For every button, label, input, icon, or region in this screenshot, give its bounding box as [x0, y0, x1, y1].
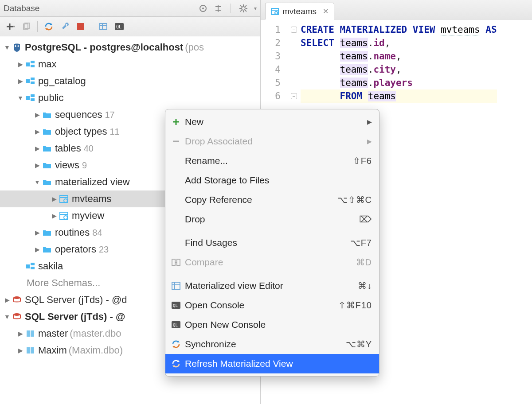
- tree-node-pgcatalog[interactable]: ▶ pg_catalog: [0, 73, 260, 89]
- menu-mview-editor[interactable]: Materialized view Editor ⌘↓: [165, 276, 379, 295]
- menu-copy-reference[interactable]: Copy Reference ⌥⇧⌘C: [165, 190, 379, 210]
- svg-rect-36: [31, 98, 35, 101]
- folder-icon: [42, 145, 52, 152]
- table-editor-icon: [170, 282, 182, 290]
- menu-compare: Compare ⌘D: [165, 252, 379, 272]
- expander-icon[interactable]: ▶: [33, 229, 42, 236]
- svg-point-5: [242, 7, 245, 10]
- schema-icon: [25, 94, 35, 101]
- context-menu[interactable]: New ▶ Drop Associated ▶ Rename... ⇧F6 Ad…: [165, 109, 379, 377]
- menu-rename[interactable]: Rename... ⇧F6: [165, 151, 379, 171]
- svg-rect-52: [27, 347, 30, 354]
- close-icon[interactable]: ✕: [323, 7, 329, 16]
- menu-drop-associated: Drop Associated ▶: [165, 132, 379, 151]
- db-icon: [25, 346, 35, 354]
- mview-icon: [271, 8, 279, 15]
- expander-icon[interactable]: ▶: [16, 78, 25, 85]
- expander-icon[interactable]: ▶: [16, 330, 25, 337]
- stop-icon[interactable]: [75, 21, 86, 32]
- menu-open-new-console[interactable]: QL Open New Console: [165, 315, 379, 334]
- expander-icon[interactable]: ▶: [33, 145, 42, 152]
- delete-icon: ⌦: [359, 214, 372, 225]
- postgres-icon: [12, 43, 22, 52]
- expander-icon[interactable]: ▶: [16, 61, 25, 68]
- add-icon[interactable]: ▾: [4, 21, 16, 32]
- submenu-arrow-icon: ▶: [367, 118, 372, 125]
- schema-icon: [25, 78, 35, 85]
- expander-icon[interactable]: ▶: [3, 296, 12, 303]
- wrench-icon[interactable]: [59, 21, 70, 32]
- schema-icon: [25, 61, 35, 68]
- submenu-arrow-icon: ▶: [367, 138, 372, 145]
- expander-icon[interactable]: ▶: [16, 347, 25, 354]
- db-icon: [25, 330, 35, 338]
- svg-text:QL: QL: [173, 303, 178, 308]
- menu-drop[interactable]: Drop ⌦: [165, 210, 379, 229]
- minus-icon: [170, 137, 182, 145]
- folder-icon: [42, 246, 52, 253]
- menu-open-console[interactable]: QL Open Console ⇧⌘F10: [165, 295, 379, 315]
- mview-icon: [59, 195, 69, 203]
- menu-find-usages[interactable]: Find Usages ⌥F7: [165, 233, 379, 252]
- expander-icon[interactable]: ▼: [3, 313, 12, 320]
- tree-node-postgresql[interactable]: ▼ PostgreSQL - postgres@localhost (pos: [0, 39, 260, 56]
- svg-rect-31: [26, 79, 30, 83]
- svg-line-13: [240, 10, 242, 12]
- expander-icon[interactable]: ▼: [33, 179, 42, 186]
- expander-icon[interactable]: ▶: [33, 162, 42, 169]
- table-editor-icon[interactable]: [98, 21, 109, 32]
- gear-icon[interactable]: [239, 4, 248, 13]
- menu-add-storage[interactable]: Add Storage to Files: [165, 171, 379, 190]
- expander-icon[interactable]: ▶: [33, 128, 42, 135]
- svg-point-20: [66, 24, 67, 26]
- split-icon[interactable]: [214, 4, 223, 13]
- svg-point-56: [275, 12, 278, 14]
- folder-icon: [42, 229, 52, 236]
- expander-icon[interactable]: ▶: [50, 212, 59, 219]
- svg-point-27: [18, 45, 19, 47]
- svg-point-49: [13, 313, 20, 316]
- expander-icon[interactable]: ▶: [33, 111, 42, 118]
- tree-node-max[interactable]: ▶ max: [0, 56, 260, 73]
- compare-icon: [170, 259, 182, 266]
- sync-icon[interactable]: [43, 21, 55, 32]
- svg-rect-51: [31, 330, 34, 337]
- expander-icon[interactable]: ▶: [50, 195, 59, 202]
- svg-rect-32: [31, 78, 35, 80]
- svg-point-1: [202, 8, 204, 9]
- tab-label: mvteams: [282, 7, 317, 16]
- expander-icon[interactable]: ▼: [16, 94, 25, 101]
- tab-mvteams[interactable]: mvteams ✕: [265, 3, 334, 19]
- console-icon[interactable]: QL: [113, 21, 125, 32]
- panel-toolbar: ▾ QL: [0, 17, 260, 36]
- panel-title: Database: [4, 4, 199, 13]
- sync-icon: [170, 340, 182, 349]
- svg-rect-50: [27, 330, 30, 337]
- sync-icon: [170, 359, 182, 368]
- svg-rect-33: [31, 82, 35, 84]
- expander-icon[interactable]: ▼: [3, 44, 12, 51]
- svg-point-43: [64, 216, 67, 219]
- svg-rect-46: [31, 263, 35, 265]
- target-icon[interactable]: [199, 4, 207, 13]
- svg-line-10: [240, 5, 242, 7]
- chevron-down-icon[interactable]: ▾: [254, 5, 257, 12]
- svg-rect-61: [177, 259, 180, 265]
- svg-rect-60: [172, 259, 175, 265]
- svg-rect-63: [172, 282, 180, 289]
- svg-text:QL: QL: [116, 24, 121, 29]
- menu-refresh-mview[interactable]: Refresh Materialized View: [165, 354, 379, 373]
- menu-new[interactable]: New ▶: [165, 112, 379, 132]
- svg-rect-45: [26, 264, 30, 268]
- sqlserver-icon: [12, 312, 22, 322]
- folder-icon: [42, 111, 52, 118]
- svg-rect-21: [100, 23, 107, 30]
- menu-synchronize[interactable]: Synchronize ⌥⌘Y: [165, 334, 379, 354]
- svg-line-12: [245, 5, 246, 7]
- tree-node-public[interactable]: ▼ public: [0, 89, 260, 106]
- svg-rect-53: [31, 347, 34, 354]
- copy-icon[interactable]: [20, 21, 32, 32]
- expander-icon[interactable]: ▶: [33, 246, 42, 253]
- sqlserver-icon: [12, 295, 22, 305]
- svg-rect-35: [31, 94, 35, 97]
